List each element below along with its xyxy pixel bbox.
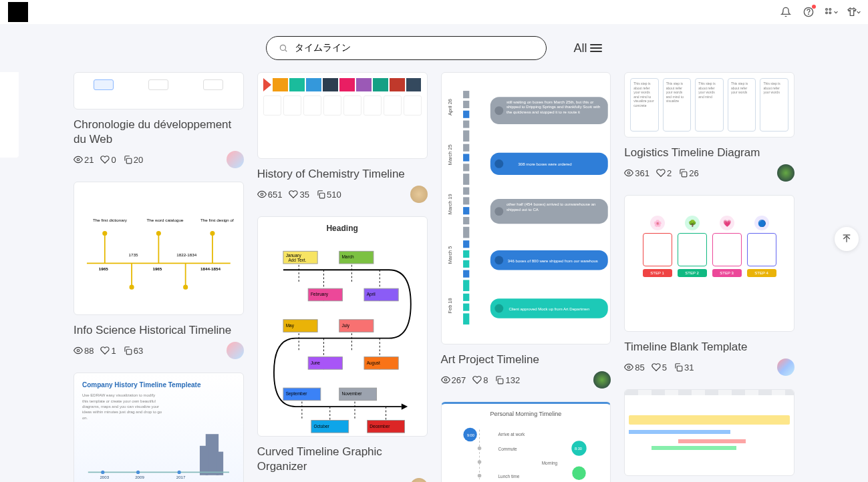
svg-rect-93	[463, 154, 469, 162]
apps-icon[interactable]	[825, 6, 837, 18]
svg-rect-99	[463, 217, 469, 224]
svg-text:308 more boxes were ordered: 308 more boxes were ordered	[518, 162, 571, 166]
heart-icon	[472, 375, 482, 385]
svg-text:Commute: Commute	[498, 447, 517, 451]
card-meta: 230 8 74	[257, 478, 428, 482]
views-stat: 85	[624, 363, 644, 373]
template-card[interactable]: Company History Timeline Templeate Use E…	[74, 373, 244, 482]
svg-point-3	[829, 9, 831, 11]
eye-icon	[74, 346, 83, 355]
svg-point-40	[261, 193, 263, 196]
logo	[8, 2, 28, 22]
avatar[interactable]	[777, 164, 794, 182]
svg-text:1965: 1965	[99, 266, 108, 271]
search-input[interactable]	[295, 43, 534, 53]
svg-point-19	[184, 286, 187, 289]
svg-rect-104	[463, 270, 469, 278]
avatar[interactable]	[410, 478, 428, 482]
svg-rect-108	[463, 313, 469, 324]
search-icon	[279, 43, 288, 53]
svg-point-117	[494, 256, 503, 264]
hamburger-icon	[590, 42, 602, 54]
card-title: History of Chemistry Timeline	[257, 167, 428, 182]
avatar[interactable]	[593, 371, 611, 389]
card-title: Info Science Historical Timeline	[74, 323, 244, 338]
avatar[interactable]	[410, 186, 428, 203]
svg-text:March 19: March 19	[447, 194, 453, 214]
svg-rect-89	[463, 111, 469, 118]
svg-point-122	[444, 379, 447, 381]
card-title: Timeline Blank Template	[624, 340, 794, 354]
eye-icon	[441, 375, 450, 385]
likes-stat: 1	[100, 346, 116, 356]
svg-rect-107	[463, 304, 469, 311]
views-stat: 21	[74, 155, 94, 165]
svg-text:April 26: April 26	[447, 99, 453, 115]
copies-stat: 31	[674, 363, 694, 373]
template-card[interactable]: 🌸 STEP 1 🌳 STEP 2 💗 STEP 3 🔵 STEP 4 Time…	[624, 195, 794, 376]
svg-rect-138	[682, 172, 687, 177]
svg-point-17	[130, 286, 133, 289]
copy-icon	[123, 346, 132, 355]
copy-icon	[678, 168, 688, 178]
views-stat: 361	[624, 168, 649, 178]
svg-rect-97	[463, 197, 469, 204]
svg-text:1822-1834: 1822-1834	[176, 252, 196, 257]
copies-stat: 63	[123, 346, 143, 356]
svg-marker-42	[402, 404, 408, 410]
svg-rect-87	[463, 91, 469, 98]
shirt-icon[interactable]	[848, 6, 860, 18]
svg-text:The first dictionary: The first dictionary	[93, 218, 128, 222]
card-title: Curved Timeline Graphic Organizer	[257, 445, 428, 474]
svg-rect-29	[126, 350, 132, 355]
svg-text:July: July	[341, 323, 349, 328]
svg-text:2017: 2017	[176, 475, 186, 479]
avatar[interactable]	[777, 358, 794, 376]
search-pill[interactable]	[266, 36, 547, 60]
eye-icon	[624, 363, 633, 372]
copies-stat: 510	[316, 190, 341, 200]
svg-text:September: September	[285, 391, 307, 397]
search-row: All	[0, 24, 868, 72]
svg-point-13	[157, 232, 160, 235]
bell-icon[interactable]	[780, 6, 792, 18]
template-card[interactable]: Personal Morning Timeline 9:00 8:30 Arri…	[441, 402, 611, 482]
thumbnail: 1735 1822-1834 1965 1965 1844-1854 The f…	[74, 182, 244, 315]
likes-stat: 5	[652, 363, 667, 373]
svg-point-110	[494, 106, 503, 115]
svg-point-137	[628, 172, 631, 174]
template-card[interactable]: Heading JanuaryAdd Text. March February …	[257, 216, 428, 482]
template-card[interactable]: Chronologie du développement du Web 21 0…	[74, 72, 244, 168]
svg-rect-31	[200, 446, 208, 475]
template-card[interactable]: History of Chemistry Timeline 651 35 510	[257, 72, 428, 203]
svg-text:9:00: 9:00	[466, 433, 474, 437]
svg-point-139	[628, 366, 631, 369]
svg-text:Morning: Morning	[541, 461, 557, 466]
svg-text:March 5: March 5	[447, 246, 453, 264]
filter-all-button[interactable]: All	[573, 41, 601, 55]
svg-text:The first design of: The first design of	[200, 218, 234, 222]
copies-stat: 20	[123, 155, 143, 165]
svg-text:April: April	[366, 292, 376, 297]
scroll-to-top-button[interactable]	[835, 227, 859, 251]
svg-rect-106	[463, 294, 469, 301]
help-icon[interactable]	[803, 6, 815, 18]
template-card[interactable]: April 26 March 25 March 19 March 5 Feb 1…	[441, 72, 611, 389]
svg-rect-41	[319, 193, 325, 198]
eye-icon	[257, 190, 267, 199]
svg-rect-94	[463, 164, 469, 171]
avatar[interactable]	[227, 342, 244, 359]
card-meta: 267 8 132	[441, 371, 611, 389]
svg-text:1965: 1965	[152, 266, 162, 271]
template-card[interactable]	[624, 389, 794, 476]
svg-point-39	[178, 471, 181, 474]
top-icons	[780, 6, 860, 18]
thumbnail: Heading JanuaryAdd Text. March February …	[257, 216, 428, 437]
avatar[interactable]	[227, 151, 244, 168]
template-card[interactable]: 1735 1822-1834 1965 1965 1844-1854 The f…	[74, 182, 244, 359]
eye-icon	[624, 168, 633, 178]
svg-text:December: December	[370, 424, 390, 429]
svg-text:The word catalogue: The word catalogue	[146, 218, 183, 222]
svg-rect-123	[498, 379, 504, 384]
template-card[interactable]: This step is about refer your words and …	[624, 72, 794, 182]
